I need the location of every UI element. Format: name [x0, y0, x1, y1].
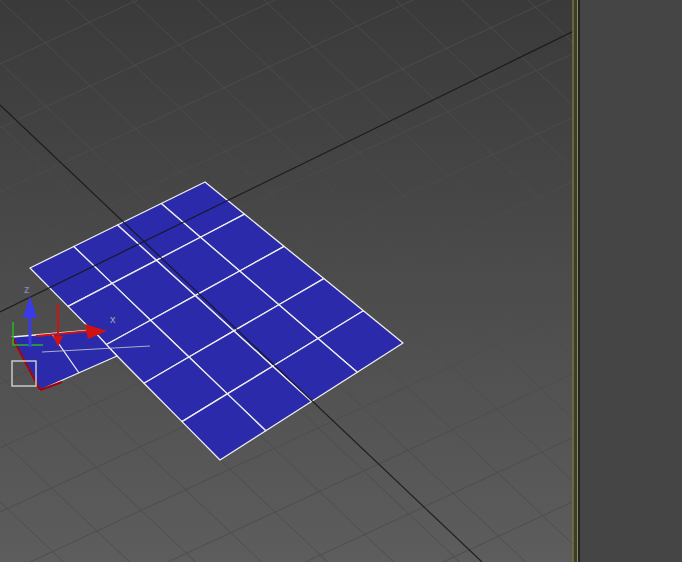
- command-panel: − 選択 頂点別 背面を無視 角度: 45 シュリンク選択 リング選択 ▲ ▼ …: [580, 0, 682, 562]
- main-window: { "viewport": { "bg_top": "#3a3a3a", "bg…: [0, 0, 682, 562]
- x-axis-label: x: [110, 313, 116, 325]
- viewport-canvas: zx: [0, 0, 580, 562]
- perspective-viewport[interactable]: zx: [0, 0, 580, 562]
- z-axis-label: z: [24, 283, 30, 295]
